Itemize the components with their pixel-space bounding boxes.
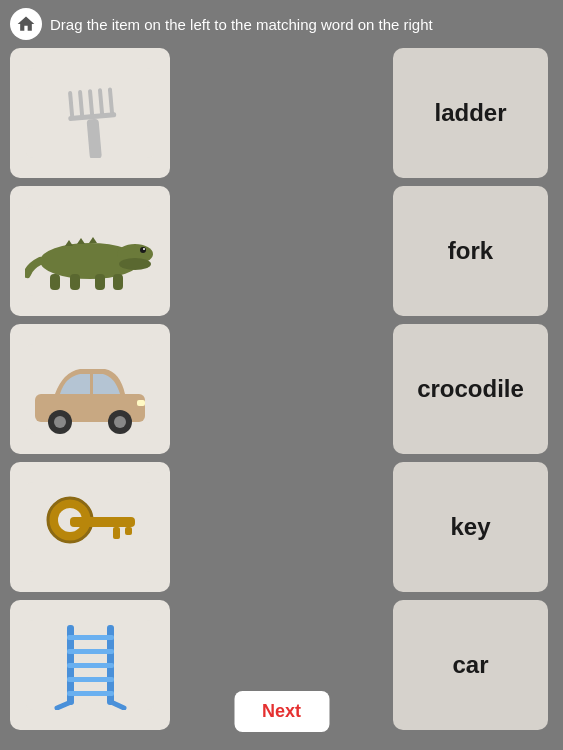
next-button[interactable]: Next	[234, 691, 329, 732]
svg-point-11	[119, 258, 151, 270]
svg-point-12	[140, 247, 146, 253]
ladder-image-card[interactable]	[10, 600, 170, 730]
svg-rect-17	[113, 274, 123, 290]
svg-point-13	[143, 248, 145, 250]
key-image-card[interactable]	[10, 462, 170, 592]
word-card-key[interactable]: key	[393, 462, 548, 592]
svg-rect-16	[95, 274, 105, 290]
svg-rect-40	[67, 677, 114, 682]
matching-area: ladder fork crocodile key car	[0, 48, 563, 730]
instruction-text: Drag the item on the left to the matchin…	[50, 16, 433, 33]
crocodile-image-card[interactable]	[10, 186, 170, 316]
fork-image-card[interactable]	[10, 48, 170, 178]
home-button[interactable]	[10, 8, 42, 40]
svg-point-26	[114, 416, 126, 428]
image-column	[10, 48, 180, 730]
svg-rect-38	[67, 649, 114, 654]
svg-point-24	[54, 416, 66, 428]
svg-rect-32	[113, 527, 120, 539]
svg-rect-39	[67, 663, 114, 668]
car-image-card[interactable]	[10, 324, 170, 454]
word-card-crocodile[interactable]: crocodile	[393, 324, 548, 454]
svg-rect-27	[137, 400, 145, 406]
word-card-fork[interactable]: fork	[393, 186, 548, 316]
word-card-ladder[interactable]: ladder	[393, 48, 548, 178]
word-column: ladder fork crocodile key car	[393, 48, 553, 730]
svg-rect-15	[70, 274, 80, 290]
svg-rect-31	[70, 517, 135, 527]
header: Drag the item on the left to the matchin…	[0, 0, 563, 48]
word-card-car[interactable]: car	[393, 600, 548, 730]
svg-rect-14	[50, 274, 60, 290]
svg-rect-37	[67, 635, 114, 640]
svg-rect-41	[67, 691, 114, 696]
svg-rect-33	[125, 527, 132, 535]
